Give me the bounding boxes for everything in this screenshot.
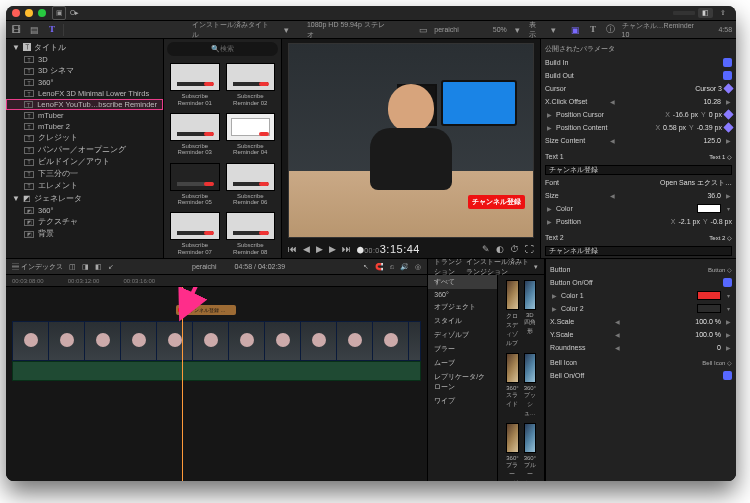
cat-item[interactable]: ワイプ — [428, 394, 497, 408]
view-menu-label[interactable]: 表示 — [529, 20, 543, 40]
cat-item[interactable]: スタイル — [428, 314, 497, 328]
browser-dropdown-icon[interactable]: ▾ — [279, 23, 293, 37]
titles-folder-header[interactable]: ▼ 🆃タイトル — [6, 41, 163, 54]
title-cell[interactable]: Subscribe Reminder 08 — [226, 212, 276, 256]
disclosure-icon[interactable]: ▶ — [545, 111, 553, 118]
search-input[interactable]: 🔍 検索 — [167, 42, 278, 56]
button-color1-swatch[interactable] — [697, 291, 721, 300]
transition-cell[interactable]: 3D 四角形 — [524, 280, 536, 348]
cat-all[interactable]: すべて — [428, 275, 497, 289]
background-tasks-button[interactable]: ◧ — [698, 8, 713, 18]
index-button[interactable]: ▤ インデックス — [12, 262, 63, 272]
fullscreen-icon[interactable]: ⛶ — [525, 244, 534, 254]
title-clip[interactable]: チャンネル登録 … — [176, 305, 236, 315]
cat-item[interactable]: ディゾルブ — [428, 328, 497, 342]
buildin-checkbox[interactable] — [723, 58, 732, 67]
disclosure-icon[interactable]: ▶ — [545, 124, 553, 131]
view-dropdown-icon[interactable]: ▾ — [546, 23, 560, 37]
disclosure-icon[interactable]: ▶ — [550, 292, 558, 299]
cursor-select[interactable]: Cursor 3 — [608, 85, 722, 92]
buildout-checkbox[interactable] — [723, 71, 732, 80]
transition-cell[interactable]: 360° プッシュ… — [524, 353, 536, 418]
generators-folder-header[interactable]: ▼ ◩ジェネレータ — [6, 192, 163, 205]
title-cell[interactable]: Subscribe Reminder 01 — [170, 63, 220, 107]
clip-append-icon[interactable]: ◫ — [69, 263, 76, 271]
tool-select-icon[interactable]: ↖ — [363, 263, 369, 271]
zoom-window-button[interactable] — [38, 9, 46, 17]
size1-field[interactable]: 36.0 — [619, 192, 721, 199]
inspector-info-tab-icon[interactable]: ⓘ — [604, 23, 618, 37]
tools-icon[interactable]: ✎ — [482, 244, 490, 254]
transition-cell[interactable]: 360° スライド — [506, 353, 518, 418]
cat-item[interactable]: レプリケータ/クローン — [428, 370, 497, 394]
next-frame-icon[interactable]: ▶ — [329, 244, 336, 254]
tree-item-mtuber[interactable]: TmTuber — [6, 110, 163, 121]
title-cell[interactable]: Subscribe Reminder 04 — [226, 113, 276, 157]
skimming-icon[interactable]: ⎌ — [390, 263, 394, 270]
primary-video-clip[interactable] — [12, 321, 421, 361]
button-on-checkbox[interactable] — [723, 278, 732, 287]
gen-item-background[interactable]: ◩背景 — [6, 228, 163, 240]
tree-item-3d[interactable]: T3D — [6, 54, 163, 65]
tree-item-bumper[interactable]: Tバンパー／オープニング — [6, 144, 163, 156]
play-icon[interactable]: ▶ — [316, 244, 323, 254]
keyframe-icon[interactable] — [724, 123, 734, 133]
title-cell[interactable]: Subscribe Reminder 05 — [170, 163, 220, 207]
transition-filter-label[interactable]: インストール済みトランジション — [466, 257, 534, 277]
viewer-canvas[interactable]: チャンネル登録 — [288, 43, 534, 238]
bell-on-checkbox[interactable] — [723, 371, 732, 380]
gen-item-360[interactable]: ◩360° — [6, 205, 163, 216]
gen-item-texture[interactable]: ◩テクスチャ — [6, 216, 163, 228]
transition-cell[interactable]: 360° ブルーム… — [524, 423, 536, 481]
cat-item[interactable]: オブジェクト — [428, 300, 497, 314]
button-color2-swatch[interactable] — [697, 304, 721, 313]
font1-select[interactable]: Open Sans エクスト… — [608, 178, 732, 188]
library-toggle-icon[interactable]: ▣ — [52, 6, 66, 20]
clip-insert-icon[interactable]: ◨ — [82, 263, 89, 271]
go-end-icon[interactable]: ⏭ — [342, 244, 351, 254]
roundness-field[interactable]: 0 — [624, 344, 721, 351]
title-cell[interactable]: Subscribe Reminder 02 — [226, 63, 276, 107]
disclosure-icon[interactable]: ▶ — [550, 305, 558, 312]
prev-frame-icon[interactable]: ◀ — [303, 244, 310, 254]
color-icon[interactable]: ◐ — [496, 244, 504, 254]
tree-item-3d-cinema[interactable]: T3D シネマ — [6, 65, 163, 77]
playhead[interactable] — [182, 287, 183, 481]
minimize-window-button[interactable] — [25, 9, 33, 17]
title-cell[interactable]: Subscribe Reminder 06 — [226, 163, 276, 207]
go-start-icon[interactable]: ⏮ — [288, 244, 297, 254]
tree-item-lenofx-lowerthirds[interactable]: TLenoFX 3D Minimal Lower Thirds — [6, 88, 163, 99]
title-cell[interactable]: Subscribe Reminder 07 — [170, 212, 220, 256]
tree-item-lowerthird[interactable]: T下三分の一 — [6, 168, 163, 180]
close-window-button[interactable] — [12, 9, 20, 17]
color1-swatch[interactable] — [697, 204, 721, 213]
transition-cell[interactable]: クロスディゾルブ — [506, 280, 518, 348]
photos-library-icon[interactable]: ▤ — [28, 23, 42, 37]
tree-item-lenofx-subscribe[interactable]: TLenoFX YouTub…bscribe Reminder — [6, 99, 163, 110]
sizecontent-field[interactable]: 125.0 — [619, 137, 721, 144]
viewer-zoom[interactable]: 50% — [493, 26, 507, 33]
cat-item[interactable]: ムーブ — [428, 356, 497, 370]
tree-item-elements[interactable]: Tエレメント — [6, 180, 163, 192]
media-library-icon[interactable]: 🎞 — [10, 23, 24, 37]
clip-overwrite-icon[interactable]: ◧ — [95, 263, 102, 271]
browser-mode-label[interactable]: インストール済みタイトル — [192, 20, 275, 40]
xscale-field[interactable]: 100.0 % — [624, 318, 721, 325]
tree-item-buildin[interactable]: Tビルドイン／アウト — [6, 156, 163, 168]
audio-skim-icon[interactable]: 🔊 — [400, 263, 409, 271]
cat-item[interactable]: ブラー — [428, 342, 497, 356]
tree-item-credits[interactable]: Tクレジット — [6, 132, 163, 144]
timeline-ruler[interactable]: 00:03:08:00 00:03:12:00 00:03:16:00 — [6, 275, 427, 287]
transition-cell[interactable]: 360° ブラー（ガウス） — [506, 423, 518, 481]
snapping-icon[interactable]: 🧲 — [375, 263, 384, 271]
tree-item-mtuber2[interactable]: TmTuber 2 — [6, 121, 163, 132]
timeline-canvas[interactable]: チャンネル登録 … Cli… C0010 緩やかに開く 緩やかに開く — [6, 287, 427, 481]
timecode-display[interactable]: ●00:03:15:44 — [357, 243, 420, 256]
retime-icon[interactable]: ⏱ — [510, 244, 519, 254]
inspector-video-tab-icon[interactable]: ▣ — [568, 23, 582, 37]
keyframe-icon[interactable] — [724, 110, 734, 120]
inspector-title-tab-icon[interactable]: 𝐓 — [586, 23, 600, 37]
disclosure-icon[interactable]: ▶ — [545, 205, 553, 212]
titles-browser-icon[interactable]: 𝐓 — [46, 23, 60, 37]
disclosure-icon[interactable]: ▶ — [545, 218, 553, 225]
